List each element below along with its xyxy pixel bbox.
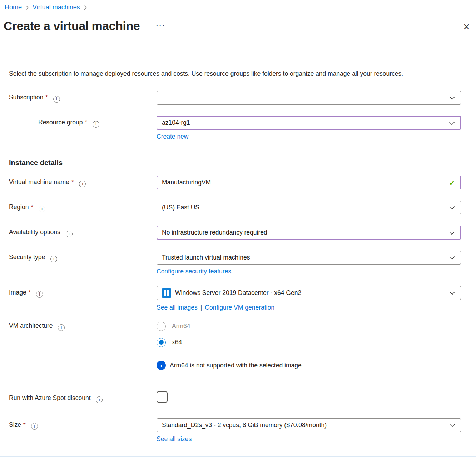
image-dropdown[interactable]: Windows Server 2019 Datacenter - x64 Gen…: [157, 286, 461, 300]
chevron-right-icon: [25, 5, 29, 10]
info-icon[interactable]: i: [39, 206, 45, 212]
availability-options-label: Availability options: [9, 228, 60, 236]
required-marker: *: [29, 289, 31, 296]
region-dropdown[interactable]: (US) East US: [157, 201, 461, 214]
page-header: Create a virtual machine ···: [4, 18, 476, 33]
info-message-text: Arm64 is not supported with the selected…: [170, 362, 303, 369]
chevron-down-icon: [449, 256, 455, 260]
availability-label-group: Availability options i: [0, 226, 157, 237]
size-label: Size: [9, 421, 21, 428]
valid-check-icon: ✓: [449, 179, 455, 187]
link-separator: |: [200, 304, 202, 311]
create-new-link[interactable]: Create new: [157, 132, 189, 141]
field-row-vm-name: Virtual machine name* i ✓: [0, 176, 476, 189]
radio-arm64-label: Arm64: [172, 322, 190, 330]
info-icon[interactable]: i: [36, 291, 43, 298]
vm-name-input[interactable]: [162, 176, 446, 189]
intro-text: Select the subscription to manage deploy…: [9, 68, 463, 79]
subscription-dropdown[interactable]: [157, 91, 461, 105]
arch-info-message: i Arm64 is not supported with the select…: [157, 361, 461, 370]
radio-x64-label: x64: [172, 339, 182, 346]
more-options-icon[interactable]: ···: [156, 22, 165, 29]
breadcrumb-virtual-machines[interactable]: Virtual machines: [33, 4, 80, 11]
radio-option-x64: x64: [157, 337, 461, 347]
region-label: Region: [9, 203, 29, 211]
field-row-image: Image* i Windows Server 2019 Datacenter …: [0, 286, 476, 312]
info-icon[interactable]: i: [31, 423, 38, 430]
availability-options-dropdown[interactable]: No infrastructure redundancy required: [157, 226, 461, 240]
vm-architecture-label: VM architecture: [9, 322, 53, 329]
required-marker: *: [45, 94, 48, 101]
indent-connector-line: [11, 107, 34, 120]
see-all-sizes-link[interactable]: See all sizes: [157, 435, 192, 443]
create-vm-page: Home Virtual machines Create a virtual m…: [0, 0, 476, 459]
field-row-vm-architecture: VM architecture i Arm64 x64: [0, 321, 476, 347]
resource-group-dropdown[interactable]: az104-rg1: [157, 116, 461, 130]
windows-logo-icon: [162, 288, 171, 298]
vm-name-label: Virtual machine name: [9, 178, 69, 186]
image-label: Image: [9, 289, 26, 296]
security-type-label: Security type: [9, 253, 45, 261]
info-icon[interactable]: i: [96, 396, 103, 403]
close-icon[interactable]: ✕: [463, 22, 470, 31]
field-row-region: Region* i (US) East US: [0, 201, 476, 214]
chevron-down-icon: [449, 231, 455, 235]
chevron-right-icon: [84, 5, 87, 10]
resource-group-label: Resource group: [38, 119, 83, 126]
spot-label-group: Run with Azure Spot discount i: [0, 391, 157, 403]
info-message-row: i Arm64 is not supported with the select…: [0, 361, 476, 370]
bottom-divider: [0, 456, 476, 457]
info-icon[interactable]: i: [93, 121, 99, 128]
breadcrumb: Home Virtual machines: [0, 0, 476, 11]
see-all-images-link[interactable]: See all images: [157, 303, 198, 312]
field-row-resource-group: Resource group* i az104-rg1 Create new: [0, 116, 476, 141]
size-label-group: Size* i: [0, 418, 157, 430]
chevron-down-icon: [449, 96, 455, 100]
image-value: Windows Server 2019 Datacenter - x64 Gen…: [175, 289, 301, 297]
info-icon[interactable]: i: [50, 256, 57, 262]
security-type-label-group: Security type i: [0, 251, 157, 262]
breadcrumb-home[interactable]: Home: [5, 4, 22, 11]
field-row-spot-discount: Run with Azure Spot discount i: [0, 391, 476, 403]
region-label-group: Region* i: [0, 201, 157, 212]
region-value: (US) East US: [162, 204, 199, 211]
image-label-group: Image* i: [0, 286, 157, 298]
security-type-value: Trusted launch virtual machines: [162, 254, 250, 261]
availability-options-value: No infrastructure redundancy required: [162, 229, 267, 236]
spot-discount-checkbox[interactable]: [157, 391, 168, 403]
chevron-down-icon: [449, 291, 455, 295]
info-icon[interactable]: i: [79, 181, 86, 187]
info-icon[interactable]: i: [53, 96, 60, 103]
required-marker: *: [31, 204, 33, 211]
basics-form: Subscription* i Resource group* i: [0, 91, 476, 443]
vm-name-input-wrapper: ✓: [157, 176, 461, 189]
radio-selected-dot: [159, 340, 164, 345]
field-row-subscription: Subscription* i: [0, 91, 476, 105]
info-icon[interactable]: i: [66, 231, 73, 237]
radio-x64[interactable]: [157, 338, 166, 347]
page-title: Create a virtual machine: [4, 18, 140, 33]
size-value: Standard_D2s_v3 - 2 vcpus, 8 GiB memory …: [162, 421, 327, 429]
chevron-down-icon: [449, 122, 455, 125]
radio-option-arm64: Arm64: [157, 321, 461, 331]
field-row-security-type: Security type i Trusted launch virtual m…: [0, 251, 476, 276]
subscription-label: Subscription: [9, 94, 43, 101]
size-dropdown[interactable]: Standard_D2s_v3 - 2 vcpus, 8 GiB memory …: [157, 418, 461, 432]
info-filled-icon: i: [157, 361, 166, 370]
radio-arm64[interactable]: [157, 322, 166, 331]
required-marker: *: [71, 179, 74, 186]
spot-discount-label: Run with Azure Spot discount: [9, 394, 91, 401]
subscription-label-group: Subscription* i: [0, 91, 157, 103]
security-type-dropdown[interactable]: Trusted launch virtual machines: [157, 251, 461, 265]
section-heading-instance-details: Instance details: [9, 158, 476, 167]
chevron-down-icon: [449, 424, 455, 428]
vm-architecture-label-group: VM architecture i: [0, 321, 157, 331]
vm-name-label-group: Virtual machine name* i: [0, 176, 157, 187]
configure-vm-generation-link[interactable]: Configure VM generation: [205, 303, 274, 312]
chevron-down-icon: [449, 206, 455, 210]
image-links: See all images|Configure VM generation: [157, 303, 461, 312]
field-row-availability-options: Availability options i No infrastructure…: [0, 226, 476, 240]
configure-security-features-link[interactable]: Configure security features: [157, 267, 231, 276]
info-icon[interactable]: i: [58, 324, 65, 331]
resource-group-value: az104-rg1: [162, 119, 190, 127]
